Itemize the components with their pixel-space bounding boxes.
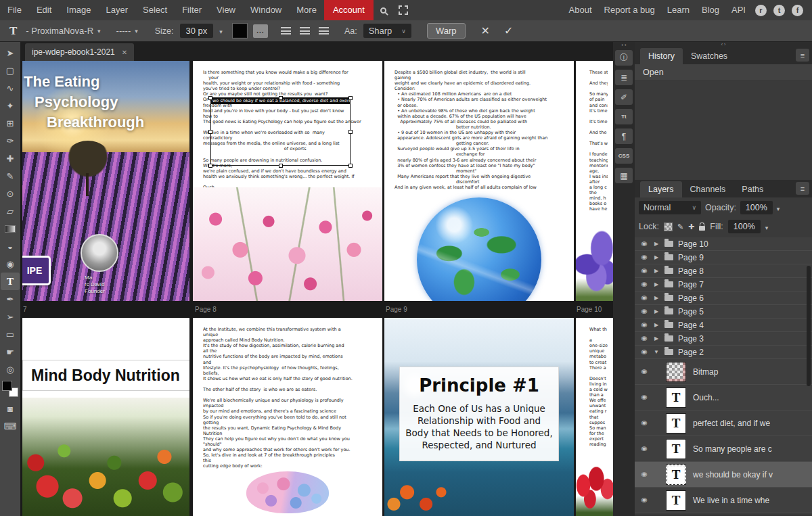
properties-panel-icon[interactable]: ≣ [615, 70, 633, 85]
tab-history[interactable]: History [640, 48, 683, 64]
menu-item[interactable]: View [209, 0, 243, 20]
size-chevron-icon[interactable] [219, 26, 223, 36]
visibility-eye-icon[interactable] [640, 419, 648, 426]
expand-triangle-icon[interactable]: ▶ [653, 241, 660, 247]
visibility-eye-icon[interactable] [640, 254, 648, 260]
visibility-eye-icon[interactable] [640, 348, 648, 355]
lock-position-icon[interactable]: ✚ [688, 222, 694, 231]
align-left-icon[interactable] [281, 27, 291, 34]
shape-tool[interactable]: ▭ [1, 325, 20, 343]
layer-thumbnail[interactable] [666, 362, 686, 382]
layer-row[interactable]: T We live in a time whe [635, 488, 812, 513]
layer-row[interactable]: Bitmap [635, 359, 812, 385]
expand-triangle-icon[interactable]: ▶ [653, 335, 660, 342]
layer-thumbnail[interactable]: T [666, 439, 686, 459]
cancel-edit-icon[interactable]: ✕ [477, 24, 494, 37]
css-panel-icon[interactable]: CSS [615, 148, 633, 164]
visibility-eye-icon[interactable] [640, 267, 648, 274]
eraser-tool[interactable]: ▱ [1, 202, 20, 220]
visibility-eye-icon[interactable] [640, 335, 648, 342]
transform-handle[interactable] [208, 96, 212, 100]
visibility-eye-icon[interactable] [640, 394, 648, 400]
info-panel-icon[interactable]: ⓘ [615, 50, 633, 66]
transform-handle[interactable] [279, 164, 283, 168]
menu-item[interactable]: File [0, 0, 29, 20]
history-menu-icon[interactable] [796, 49, 809, 62]
visibility-eye-icon[interactable] [640, 240, 648, 247]
crop-tool[interactable]: ⊞ [1, 114, 20, 132]
opacity-chevron-icon[interactable] [777, 203, 780, 213]
page-8[interactable]: Is there something that you know would m… [193, 61, 382, 301]
page-institute[interactable]: At the Institute, we combine this transf… [193, 318, 382, 516]
reddit-icon[interactable]: r [755, 5, 767, 16]
tab-paths[interactable]: Paths [734, 181, 771, 197]
antialias-select[interactable]: Sharp∨ [363, 24, 411, 38]
menu-item[interactable]: Select [135, 0, 175, 20]
image-panel-icon[interactable]: ▦ [615, 168, 633, 183]
lock-transparency-icon[interactable] [664, 222, 673, 231]
menu-link[interactable]: Blog [696, 0, 725, 20]
page-7-cover[interactable]: The Eating Psychology Breakthrough Ma rc… [22, 61, 189, 301]
transform-box[interactable]: we should be okay if we eat a balanced, … [210, 98, 351, 166]
align-right-icon[interactable] [319, 27, 329, 34]
expand-triangle-icon[interactable]: ▶ [653, 254, 660, 260]
move-tool[interactable]: ➤ [1, 44, 20, 62]
more-options-button[interactable]: ... [253, 24, 268, 38]
lasso-tool[interactable]: ∿ [1, 79, 20, 97]
magic-wand-tool[interactable]: ✦ [1, 97, 20, 114]
visibility-eye-icon[interactable] [640, 496, 648, 503]
menu-link[interactable]: Report a bug [598, 0, 661, 20]
transform-handle[interactable] [208, 130, 212, 134]
layer-thumbnail[interactable]: T [666, 465, 686, 485]
page-principle-1[interactable]: Principle #1 Each One of Us has a Unique… [384, 318, 574, 516]
commit-edit-icon[interactable]: ✓ [500, 24, 517, 37]
tab-layers[interactable]: Layers [640, 181, 682, 197]
tab-channels[interactable]: Channels [682, 181, 734, 197]
page-last[interactable]: What thaone-sizeuniquemetaboto creatTher… [576, 318, 613, 516]
close-tab-icon[interactable]: ✕ [122, 49, 127, 56]
layer-group-row[interactable]: ▼ Page 2 [635, 346, 812, 359]
twitter-icon[interactable]: t [773, 5, 785, 16]
font-size-input[interactable]: 30 px [180, 24, 214, 38]
transform-handle[interactable] [208, 164, 212, 168]
layer-row[interactable]: T So many people are c [635, 436, 812, 462]
font-family-select[interactable]: - ProximaNova-R [26, 26, 100, 36]
align-center-icon[interactable] [300, 27, 310, 34]
layer-group-row[interactable]: ▶ Page 9 [635, 251, 812, 264]
layer-thumbnail[interactable]: T [666, 388, 686, 408]
eyedropper-tool[interactable]: ✑ [1, 132, 20, 149]
fill-input[interactable]: 100% [728, 220, 761, 233]
layer-group-row[interactable]: ▶ Page 8 [635, 264, 812, 278]
zoom-tool[interactable]: ◎ [1, 360, 20, 378]
transform-handle[interactable] [348, 96, 353, 100]
visibility-eye-icon[interactable] [640, 281, 648, 287]
visibility-eye-icon[interactable] [640, 445, 648, 452]
layer-group-row[interactable]: ▶ Page 3 [635, 332, 812, 346]
page-10[interactable]: These stAnd theySo manyof painand consIt… [576, 61, 613, 301]
fullscreen-icon[interactable] [399, 5, 408, 15]
facebook-icon[interactable]: f [792, 5, 803, 16]
history-step[interactable]: Open [635, 64, 812, 81]
transform-handle[interactable] [279, 96, 283, 100]
expand-triangle-icon[interactable]: ▶ [653, 268, 660, 274]
document-tab[interactable]: ipe-wdep-ebook1-2021 ✕ [25, 43, 134, 61]
layer-row[interactable]: T we should be okay if v [635, 462, 812, 488]
clone-stamp-tool[interactable]: ⊙ [1, 185, 20, 202]
page-9[interactable]: Despite a $500 billion global diet indus… [384, 61, 574, 301]
tab-swatches[interactable]: Swatches [683, 48, 736, 64]
menu-item[interactable]: More [289, 0, 324, 20]
sphere-render-tool[interactable]: ◙ [1, 400, 20, 417]
layer-thumbnail[interactable]: T [666, 413, 686, 433]
menu-item[interactable]: Window [243, 0, 289, 20]
type-tool[interactable]: T [1, 273, 20, 290]
menu-link[interactable]: API [725, 0, 752, 20]
expand-triangle-icon[interactable]: ▶ [653, 322, 660, 328]
expand-triangle-icon[interactable]: ▶ [653, 308, 660, 314]
brush-tool[interactable]: ✎ [1, 167, 20, 185]
dodge-tool[interactable]: ◉ [1, 255, 20, 273]
foreground-color-swatch[interactable] [2, 381, 12, 391]
lock-pixels-icon[interactable]: ✎ [677, 222, 683, 231]
blend-mode-select[interactable]: Normal [639, 201, 701, 214]
transform-handle[interactable] [348, 130, 353, 134]
color-swatches[interactable] [2, 381, 18, 397]
